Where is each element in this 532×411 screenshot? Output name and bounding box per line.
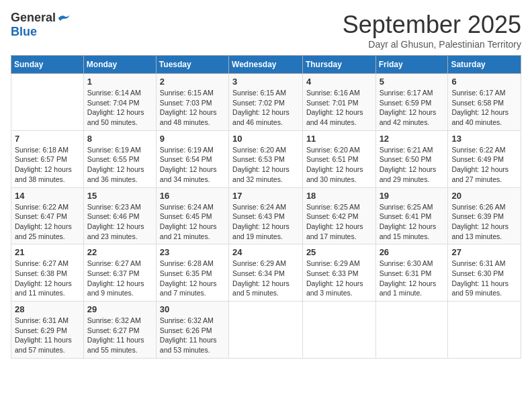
day-cell: 3Sunrise: 6:15 AMSunset: 7:02 PMDaylight… (229, 74, 303, 131)
day-number: 16 (160, 191, 225, 201)
day-info: Sunrise: 6:23 AMSunset: 6:46 PMDaylight:… (87, 202, 152, 242)
column-header-friday: Friday (375, 56, 448, 74)
day-info: Sunrise: 6:27 AMSunset: 6:37 PMDaylight:… (87, 259, 152, 298)
day-cell: 17Sunrise: 6:24 AMSunset: 6:43 PMDayligh… (229, 187, 303, 244)
day-number: 24 (232, 247, 299, 257)
month-title: September 2025 (343, 11, 521, 39)
day-cell: 29Sunrise: 6:32 AMSunset: 6:27 PMDayligh… (83, 302, 156, 359)
day-cell: 12Sunrise: 6:21 AMSunset: 6:50 PMDayligh… (375, 130, 448, 187)
calendar-body: 1Sunrise: 6:14 AMSunset: 7:04 PMDaylight… (11, 74, 521, 359)
day-number: 12 (380, 134, 445, 144)
day-info: Sunrise: 6:32 AMSunset: 6:26 PMDaylight:… (160, 316, 225, 355)
day-info: Sunrise: 6:29 AMSunset: 6:33 PMDaylight:… (306, 259, 372, 298)
day-info: Sunrise: 6:21 AMSunset: 6:50 PMDaylight:… (380, 145, 445, 185)
day-info: Sunrise: 6:25 AMSunset: 6:42 PMDaylight:… (306, 202, 372, 242)
day-number: 18 (306, 191, 372, 201)
week-row-2: 7Sunrise: 6:18 AMSunset: 6:57 PMDaylight… (11, 130, 521, 187)
day-info: Sunrise: 6:16 AMSunset: 7:01 PMDaylight:… (306, 88, 372, 128)
day-number: 15 (87, 191, 152, 201)
day-number: 26 (380, 247, 445, 257)
column-header-thursday: Thursday (302, 56, 375, 74)
day-cell: 15Sunrise: 6:23 AMSunset: 6:46 PMDayligh… (83, 187, 156, 244)
day-number: 11 (306, 134, 372, 144)
day-cell (229, 302, 303, 359)
day-cell: 7Sunrise: 6:18 AMSunset: 6:57 PMDaylight… (11, 130, 84, 187)
calendar-header: SundayMondayTuesdayWednesdayThursdayFrid… (11, 56, 521, 74)
day-number: 25 (306, 247, 372, 257)
day-cell: 10Sunrise: 6:20 AMSunset: 6:53 PMDayligh… (229, 130, 303, 187)
day-info: Sunrise: 6:22 AMSunset: 6:49 PMDaylight:… (451, 145, 517, 185)
day-cell: 2Sunrise: 6:15 AMSunset: 7:03 PMDaylight… (156, 74, 228, 131)
column-header-monday: Monday (83, 56, 156, 74)
day-number: 14 (15, 191, 80, 201)
day-info: Sunrise: 6:32 AMSunset: 6:27 PMDaylight:… (87, 316, 152, 355)
logo: General Blue (11, 11, 71, 39)
day-info: Sunrise: 6:22 AMSunset: 6:47 PMDaylight:… (15, 202, 80, 242)
calendar-table: SundayMondayTuesdayWednesdayThursdayFrid… (11, 55, 521, 359)
day-cell: 22Sunrise: 6:27 AMSunset: 6:37 PMDayligh… (83, 244, 156, 302)
location-subtitle: Dayr al Ghusun, Palestinian Territory (343, 39, 521, 50)
day-cell: 18Sunrise: 6:25 AMSunset: 6:42 PMDayligh… (302, 187, 375, 244)
day-cell: 23Sunrise: 6:28 AMSunset: 6:35 PMDayligh… (156, 244, 228, 302)
day-cell: 1Sunrise: 6:14 AMSunset: 7:04 PMDaylight… (83, 74, 156, 131)
day-number: 7 (15, 134, 80, 144)
day-cell: 9Sunrise: 6:19 AMSunset: 6:54 PMDaylight… (156, 130, 228, 187)
day-info: Sunrise: 6:28 AMSunset: 6:35 PMDaylight:… (160, 259, 225, 298)
day-info: Sunrise: 6:17 AMSunset: 6:58 PMDaylight:… (451, 88, 517, 128)
day-cell: 20Sunrise: 6:26 AMSunset: 6:39 PMDayligh… (448, 187, 521, 244)
day-number: 30 (160, 304, 225, 314)
day-cell: 5Sunrise: 6:17 AMSunset: 6:59 PMDaylight… (375, 74, 448, 131)
day-cell: 8Sunrise: 6:19 AMSunset: 6:55 PMDaylight… (83, 130, 156, 187)
day-cell: 14Sunrise: 6:22 AMSunset: 6:47 PMDayligh… (11, 187, 84, 244)
day-number: 6 (451, 77, 517, 87)
day-info: Sunrise: 6:29 AMSunset: 6:34 PMDaylight:… (232, 259, 299, 298)
day-number: 5 (380, 77, 445, 87)
day-cell: 13Sunrise: 6:22 AMSunset: 6:49 PMDayligh… (448, 130, 521, 187)
day-info: Sunrise: 6:30 AMSunset: 6:31 PMDaylight:… (380, 259, 445, 298)
day-info: Sunrise: 6:19 AMSunset: 6:55 PMDaylight:… (87, 145, 152, 185)
day-number: 23 (160, 247, 225, 257)
day-info: Sunrise: 6:24 AMSunset: 6:43 PMDaylight:… (232, 202, 299, 242)
day-number: 8 (87, 134, 152, 144)
day-info: Sunrise: 6:25 AMSunset: 6:41 PMDaylight:… (380, 202, 445, 242)
day-cell (448, 302, 521, 359)
day-cell: 24Sunrise: 6:29 AMSunset: 6:34 PMDayligh… (229, 244, 303, 302)
day-cell: 25Sunrise: 6:29 AMSunset: 6:33 PMDayligh… (302, 244, 375, 302)
logo-general-text: General (11, 11, 56, 25)
day-cell: 26Sunrise: 6:30 AMSunset: 6:31 PMDayligh… (375, 244, 448, 302)
logo-blue-text: Blue (11, 25, 37, 39)
day-number: 28 (15, 304, 80, 314)
day-cell: 19Sunrise: 6:25 AMSunset: 6:41 PMDayligh… (375, 187, 448, 244)
day-info: Sunrise: 6:18 AMSunset: 6:57 PMDaylight:… (15, 145, 80, 185)
day-info: Sunrise: 6:26 AMSunset: 6:39 PMDaylight:… (451, 202, 517, 242)
column-header-wednesday: Wednesday (229, 56, 303, 74)
day-info: Sunrise: 6:20 AMSunset: 6:51 PMDaylight:… (306, 145, 372, 185)
day-number: 2 (160, 77, 225, 87)
day-number: 3 (232, 77, 299, 87)
day-number: 10 (232, 134, 299, 144)
day-cell: 27Sunrise: 6:31 AMSunset: 6:30 PMDayligh… (448, 244, 521, 302)
week-row-4: 21Sunrise: 6:27 AMSunset: 6:38 PMDayligh… (11, 244, 521, 302)
day-number: 13 (451, 134, 517, 144)
header-row: SundayMondayTuesdayWednesdayThursdayFrid… (11, 56, 521, 74)
day-info: Sunrise: 6:31 AMSunset: 6:30 PMDaylight:… (451, 259, 517, 298)
day-cell (302, 302, 375, 359)
title-area: September 2025 Dayr al Ghusun, Palestini… (343, 11, 521, 50)
day-number: 29 (87, 304, 152, 314)
column-header-tuesday: Tuesday (156, 56, 228, 74)
day-info: Sunrise: 6:20 AMSunset: 6:53 PMDaylight:… (232, 145, 299, 185)
logo-bird-icon (57, 13, 71, 24)
day-number: 22 (87, 247, 152, 257)
day-cell: 28Sunrise: 6:31 AMSunset: 6:29 PMDayligh… (11, 302, 84, 359)
day-info: Sunrise: 6:17 AMSunset: 6:59 PMDaylight:… (380, 88, 445, 128)
day-cell: 11Sunrise: 6:20 AMSunset: 6:51 PMDayligh… (302, 130, 375, 187)
day-number: 21 (15, 247, 80, 257)
day-info: Sunrise: 6:15 AMSunset: 7:02 PMDaylight:… (232, 88, 299, 128)
day-info: Sunrise: 6:27 AMSunset: 6:38 PMDaylight:… (15, 259, 80, 298)
day-info: Sunrise: 6:19 AMSunset: 6:54 PMDaylight:… (160, 145, 225, 185)
week-row-3: 14Sunrise: 6:22 AMSunset: 6:47 PMDayligh… (11, 187, 521, 244)
day-cell (375, 302, 448, 359)
day-cell: 16Sunrise: 6:24 AMSunset: 6:45 PMDayligh… (156, 187, 228, 244)
day-cell: 6Sunrise: 6:17 AMSunset: 6:58 PMDaylight… (448, 74, 521, 131)
day-info: Sunrise: 6:31 AMSunset: 6:29 PMDaylight:… (15, 316, 80, 355)
